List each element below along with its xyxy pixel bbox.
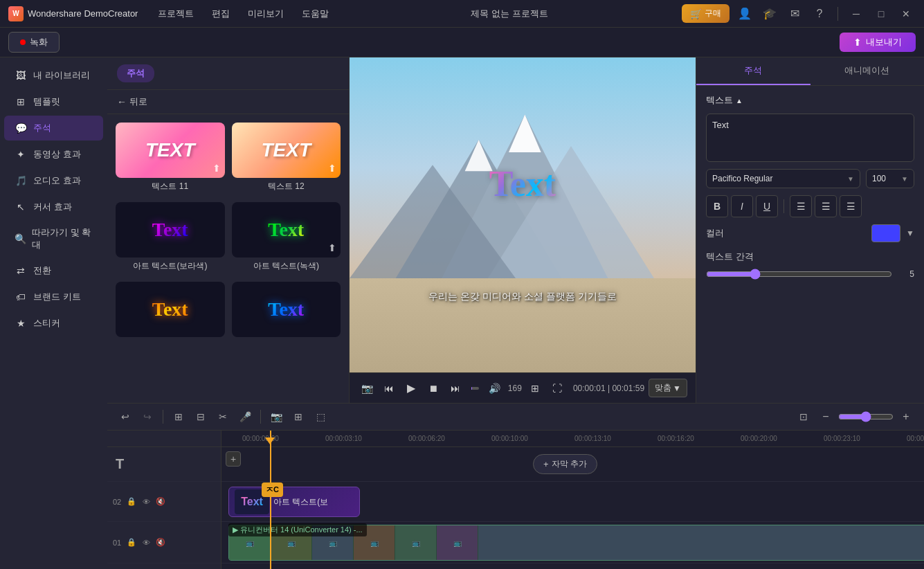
font-select[interactable]: Pacifico Regular ▼ — [706, 169, 860, 188]
spacing-slider[interactable] — [706, 269, 892, 280]
menu-project[interactable]: 프로젝트 — [150, 5, 202, 23]
bold-button[interactable]: B — [706, 195, 728, 217]
add-track-plus-button[interactable]: + — [226, 451, 241, 467]
help-icon[interactable]: ? — [810, 4, 829, 24]
snap-btn[interactable]: 📷 — [266, 407, 286, 426]
track-01-lock-btn[interactable]: 🔒 — [125, 536, 138, 549]
screenshot-btn[interactable]: 📷 — [358, 379, 376, 397]
user-icon[interactable]: 👤 — [735, 4, 754, 24]
skip-back-btn[interactable]: ⏮ — [380, 379, 398, 397]
back-button[interactable]: ← 뒤로 — [117, 96, 339, 108]
video-text-overlay: Text — [489, 164, 556, 204]
text-section-title: 텍스트 ▲ — [706, 94, 914, 107]
split-indicator: ㅈC — [262, 482, 283, 497]
video-preview-area: Text 우리는 온갖 미디어와 소셜 플랫폼 기기들로 — [350, 57, 696, 372]
menu-preview[interactable]: 미리보기 — [239, 5, 292, 23]
tab-animation[interactable]: 애니메이션 — [810, 57, 925, 85]
video-clip-header: ▶ 유니컨버터 14 (UniConverter 14) -... — [228, 523, 367, 536]
annotation-item-art-green[interactable]: Text ⬆ 아트 텍스트(녹색) — [232, 202, 341, 275]
track-02-lock-btn[interactable]: 🔒 — [125, 496, 138, 508]
minimize-button[interactable]: ─ — [846, 4, 866, 24]
export-button[interactable]: ⬆ 내보내기 — [840, 33, 916, 52]
menu-edit[interactable]: 편집 — [203, 5, 238, 23]
color-swatch[interactable] — [871, 224, 900, 242]
size-select[interactable]: 100 ▼ — [866, 169, 914, 188]
crop-btn[interactable]: ✂ — [213, 407, 233, 426]
sidebar-item-cursor-effect[interactable]: ↖ 커서 효과 — [4, 195, 103, 219]
align-right-button[interactable]: ☰ — [840, 195, 862, 217]
video-controls: 📷 ⏮ ▶ ⏹ ⏭ 🔊 169 ⊞ ⛶ 00:00:01 | — [350, 372, 696, 403]
record-button[interactable]: 녹화 — [8, 32, 60, 53]
sidebar-item-library[interactable]: 🖼 내 라이브러리 — [4, 63, 103, 88]
sidebar-item-annotation[interactable]: 💬 주석 — [4, 116, 103, 141]
track-label-02: 02 🔒 👁 🔇 — [107, 482, 221, 522]
track-01-audio-btn[interactable]: 🔇 — [154, 536, 167, 549]
skip-forward-btn[interactable]: ⏭ — [446, 379, 464, 397]
zoom-out-btn[interactable]: − — [816, 407, 835, 426]
annotation-item-text11[interactable]: TEXT ⬆ 텍스트 11 — [116, 123, 225, 195]
properties-panel: 주석 애니메이션 텍스트 ▲ Text Pacifico Regul — [696, 57, 924, 403]
sidebar: 🖼 내 라이브러리 ⊞ 템플릿 💬 주석 ✦ 동영상 효과 🎵 오디오 효과 ↖… — [0, 57, 107, 569]
split-btn[interactable]: ⊟ — [191, 407, 210, 426]
tab-annotation[interactable]: 주석 — [696, 57, 810, 85]
track-01-eye-btn[interactable]: 👁 — [140, 536, 152, 549]
track-02-audio-btn[interactable]: 🔇 — [154, 496, 167, 508]
color-arrow[interactable]: ▼ — [906, 228, 914, 238]
text-clip-label: 아트 텍스트(보 — [273, 496, 328, 508]
timeline-tracks-area: + 00:00:00:00 00:00:03:10 00:00:06:20 00… — [221, 431, 924, 569]
annotation-badge: 주석 — [117, 64, 154, 82]
track-row-02: Text 아트 텍스트(보 🖼 — [221, 482, 924, 522]
volume-level: 169 — [508, 383, 522, 393]
italic-button[interactable]: I — [731, 195, 753, 217]
sidebar-item-sticker[interactable]: ★ 스티커 — [4, 311, 103, 336]
purchase-button[interactable]: 🛒 구매 — [682, 4, 730, 23]
zoom-slider[interactable] — [838, 411, 894, 422]
maximize-button[interactable]: □ — [871, 4, 891, 24]
stop-button[interactable]: ⏹ — [424, 379, 442, 397]
time-display: 00:00:01 | 00:01:59 — [573, 383, 644, 393]
video-panel: Text 우리는 온갖 미디어와 소셜 플랫폼 기기들로 📷 ⏮ ▶ ⏹ ⏭ — [350, 57, 696, 403]
track-label-text: T — [107, 447, 221, 482]
menu-help[interactable]: 도움말 — [293, 5, 337, 23]
sidebar-item-audio-effect[interactable]: 🎵 오디오 효과 — [4, 168, 103, 193]
item-label-text11: 텍스트 11 — [116, 178, 225, 195]
close-button[interactable]: ✕ — [896, 4, 916, 24]
align-left-button[interactable]: ☰ — [790, 195, 812, 217]
annotation-item-art-purple[interactable]: Text 아트 텍스트(보라색) — [116, 202, 225, 275]
text-input[interactable]: Text — [706, 114, 914, 162]
item-label-art-green: 아트 텍스트(녹색) — [232, 258, 341, 275]
redo-button[interactable]: ↪ — [138, 407, 157, 426]
play-button[interactable]: ▶ — [402, 379, 420, 397]
zoom-in-btn[interactable]: + — [896, 407, 916, 426]
annotation-item-art-bottom2[interactable]: Text — [232, 282, 341, 337]
undo-button[interactable]: ↩ — [116, 407, 135, 426]
sidebar-item-transition[interactable]: ⇄ 전환 — [4, 258, 103, 283]
video-progress-bar[interactable] — [471, 387, 479, 390]
fit-button[interactable]: 맞춤 ▼ — [649, 379, 687, 397]
sidebar-item-follow-zoom[interactable]: 🔍 따라가기 및 확대 — [4, 221, 103, 257]
fit-timeline-btn[interactable]: ⊡ — [794, 407, 813, 426]
annotation-item-art-bottom1[interactable]: Text — [116, 282, 225, 337]
volume-icon[interactable]: 🔊 — [486, 379, 504, 397]
align-center-button[interactable]: ☰ — [815, 195, 837, 217]
sidebar-item-template[interactable]: ⊞ 템플릿 — [4, 89, 103, 114]
fullscreen-btn[interactable]: ⛶ — [548, 379, 566, 397]
add-track-btn[interactable]: ⊞ — [169, 407, 188, 426]
mail-icon[interactable]: ✉ — [785, 4, 804, 24]
grid-overlay-btn[interactable]: ⊞ — [526, 379, 544, 397]
track-labels: T 02 🔒 👁 🔇 01 — [107, 431, 221, 569]
add-subtitle-button[interactable]: + 자막 추가 — [533, 454, 597, 474]
tutorial-icon[interactable]: 🎓 — [760, 4, 779, 24]
sidebar-item-video-effect[interactable]: ✦ 동영상 효과 — [4, 142, 103, 167]
text-clip[interactable]: Text 아트 텍스트(보 — [228, 487, 360, 517]
underline-button[interactable]: U — [756, 195, 778, 217]
color-label: 컬러 — [706, 227, 866, 240]
timeline-settings-btn[interactable]: ⊞ — [289, 407, 308, 426]
spacing-value: 5 — [898, 269, 914, 279]
timeline-expand-btn[interactable]: ⬚ — [311, 407, 330, 426]
sidebar-item-brand-kit[interactable]: 🏷 브랜드 키트 — [4, 284, 103, 309]
mic-btn[interactable]: 🎤 — [235, 407, 255, 426]
video-subtitle: 우리는 온갖 미디어와 소셜 플랫폼 기기들로 — [428, 291, 616, 302]
track-02-eye-btn[interactable]: 👁 — [140, 496, 152, 508]
annotation-item-text12[interactable]: TEXT ⬆ 텍스트 12 — [232, 123, 341, 195]
